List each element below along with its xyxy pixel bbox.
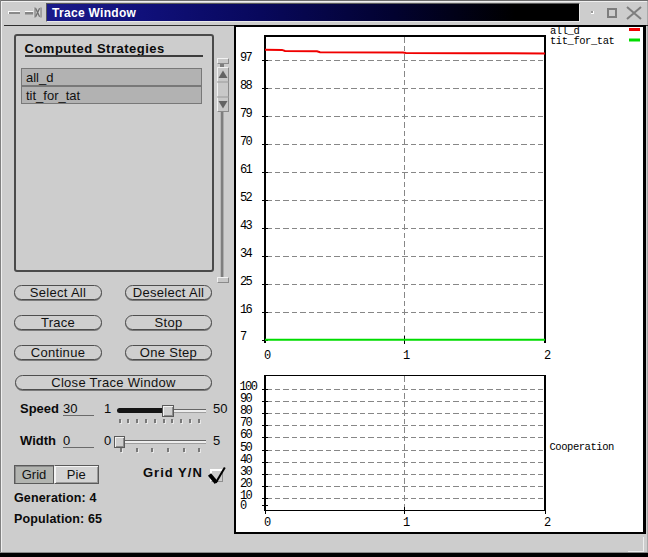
svg-text:43: 43 [240,219,253,233]
svg-text:2: 2 [544,349,551,363]
svg-text:52: 52 [240,191,253,205]
svg-text:79: 79 [240,107,253,121]
svg-text:tit_for_tat: tit_for_tat [550,35,615,47]
svg-text:1: 1 [403,516,410,530]
svg-text:0: 0 [264,516,271,530]
svg-text:61: 61 [240,163,253,177]
svg-text:2: 2 [544,516,551,530]
svg-text:97: 97 [240,51,253,65]
svg-text:1: 1 [403,349,410,363]
svg-text:16: 16 [240,303,253,317]
svg-text:34: 34 [240,247,253,261]
svg-text:25: 25 [240,275,253,289]
svg-text:Cooperation: Cooperation [550,441,615,453]
svg-text:7: 7 [240,330,247,344]
svg-text:88: 88 [240,79,253,93]
svg-text:0: 0 [264,349,271,363]
svg-text:70: 70 [240,135,253,149]
